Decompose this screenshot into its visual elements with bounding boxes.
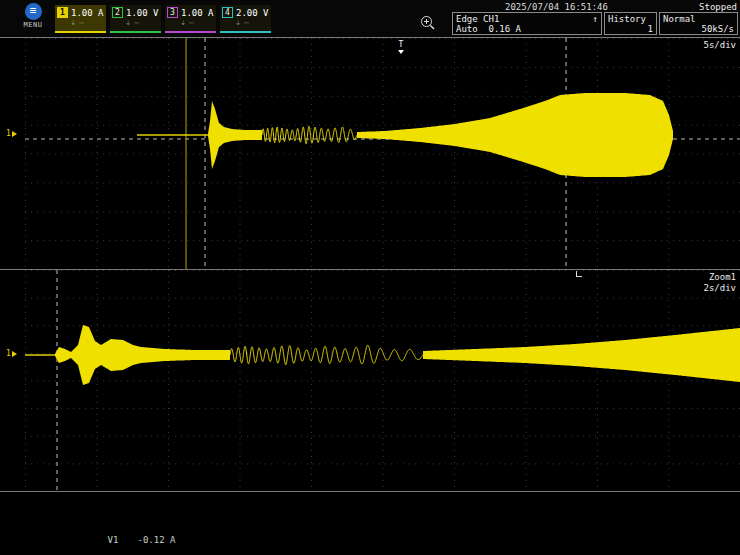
run-status: Stopped	[699, 2, 737, 12]
marker-arrow-icon	[12, 351, 17, 357]
main-timebase: 5s/div	[703, 40, 736, 50]
trigger-edge-icon: ↑	[593, 14, 598, 24]
cursor-measurements: V1-0.12 A V2-1.11 A ΔT24.064 s 1/ΔT41.55…	[75, 500, 192, 555]
channel-scale-value: 1.00 A	[71, 8, 104, 18]
acq-sample-rate: 50kS/s	[663, 24, 734, 34]
channel-indicator-2[interactable]: 2 1.00 V ⏚ ⎓	[110, 5, 161, 33]
menu-button[interactable]: ≡ MENU	[14, 3, 52, 29]
trigger-marker-label: T	[398, 41, 404, 49]
measurement-row: Min(C1)-0.80 A	[545, 550, 673, 555]
channel-number-badge: 2	[112, 7, 123, 18]
coupling-icon: ⏚ ⎓	[236, 18, 269, 27]
channel-scale-value: 1.00 V	[126, 8, 159, 18]
acquisition-box[interactable]: Normal 50kS/s	[659, 12, 738, 35]
channel-number-badge: 3	[167, 7, 178, 18]
channel-indicator-4[interactable]: 4 2.00 V ⏚ ⎓	[220, 5, 271, 33]
trigger-settings[interactable]: Edge CH1 ↑ Auto 0.16 A	[452, 12, 602, 35]
coupling-icon: ⏚ ⎓	[181, 18, 214, 27]
marker-arrow-icon	[12, 131, 17, 137]
panel-divider-bottom	[0, 491, 740, 492]
channel-indicator-1[interactable]: 1 1.00 A ⏚ ⎓	[55, 5, 106, 33]
channel-number-badge: 4	[222, 7, 233, 18]
coupling-icon: ⏚ ⎓	[126, 18, 159, 27]
zoom-position-marker[interactable]	[576, 271, 582, 277]
menu-label: MENU	[14, 21, 52, 29]
oscilloscope-screen: ≡ MENU 1 1.00 A ⏚ ⎓ 2 1.00 V ⏚ ⎓ 3	[0, 0, 740, 555]
auto-measurements-right: Min(C1)-0.80 A	[545, 527, 673, 555]
top-bar: ≡ MENU 1 1.00 A ⏚ ⎓ 2 1.00 V ⏚ ⎓ 3	[0, 0, 740, 37]
main-waveform-display	[25, 38, 740, 269]
auto-measurements-left: Max(C1)0.67 A Rms(C1)293.964mA	[352, 527, 491, 555]
history-value: 1	[608, 24, 653, 34]
history-box[interactable]: History 1	[604, 12, 657, 35]
channel1-position-marker-main[interactable]: 1	[6, 130, 17, 138]
menu-icon: ≡	[25, 3, 42, 20]
datetime: 2025/07/04 16:51:46	[505, 2, 608, 12]
channel1-position-marker-zoom[interactable]: 1	[6, 350, 17, 358]
channel-scale-value: 2.00 V	[236, 8, 269, 18]
channel-scale-value: 1.00 A	[181, 8, 214, 18]
zoom-timebase: 2s/div	[703, 283, 736, 293]
acq-mode: Normal	[663, 14, 734, 24]
trigger-marker-arrow-icon	[398, 50, 404, 54]
trigger-position-marker[interactable]: T	[398, 41, 404, 54]
trigger-mode-level: Auto 0.16 A	[456, 24, 598, 34]
channel-indicators: 1 1.00 A ⏚ ⎓ 2 1.00 V ⏚ ⎓ 3 1.00 A ⏚ ⎓	[55, 5, 271, 33]
coupling-icon: ⏚ ⎓	[71, 18, 104, 27]
trigger-source: Edge CH1	[456, 14, 499, 24]
history-label: History	[608, 14, 653, 24]
measurement-row: V1-0.12 A	[75, 523, 192, 555]
measurement-row: Max(C1)0.67 A	[352, 550, 491, 555]
zoom-title: Zoom1	[709, 272, 736, 282]
zoom-waveform-display	[25, 270, 740, 491]
channel-number-badge: 1	[57, 7, 68, 18]
search-zoom-icon[interactable]	[419, 14, 437, 36]
channel-indicator-3[interactable]: 3 1.00 A ⏚ ⎓	[165, 5, 216, 33]
